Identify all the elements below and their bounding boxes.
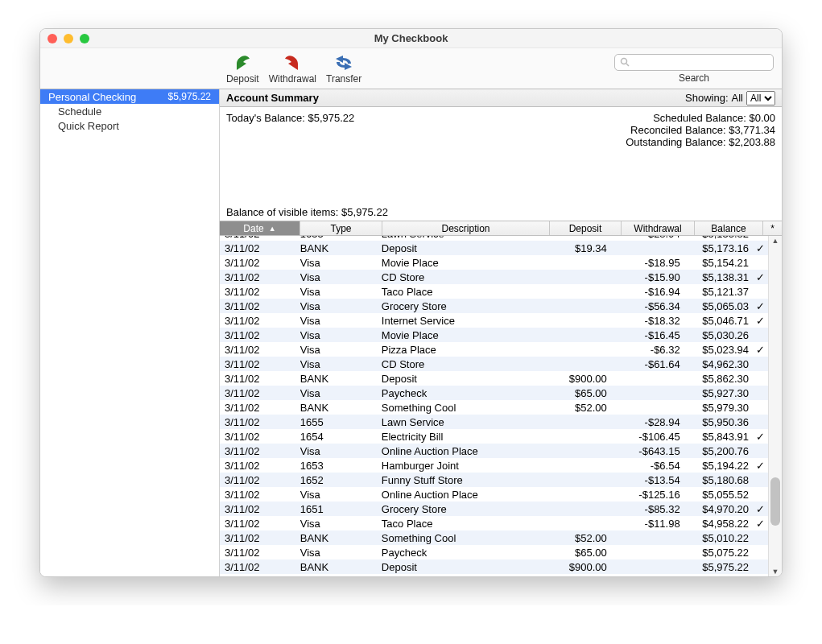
cell-cleared: ✓	[752, 344, 769, 356]
cell-date: 3/11/02	[220, 242, 297, 254]
scroll-thumb[interactable]	[770, 477, 780, 526]
showing-label: Showing:	[685, 92, 728, 104]
cell-type: Visa	[297, 286, 378, 298]
cell-description: Deposit	[378, 242, 539, 254]
cell-date: 3/11/02	[220, 257, 297, 269]
sidebar-item-personal-checking[interactable]: Personal Checking $5,975.22	[40, 89, 219, 104]
sidebar-item-quick-report[interactable]: Quick Report	[40, 118, 219, 133]
sidebar-item-schedule[interactable]: Schedule	[40, 104, 219, 118]
sidebar: Personal Checking $5,975.22 Schedule Qui…	[40, 89, 220, 576]
cell-date: 3/11/02	[220, 431, 297, 443]
svg-point-0	[622, 59, 627, 64]
col-description[interactable]: Description	[382, 221, 550, 235]
titlebar: My Checkbook	[40, 29, 782, 48]
cell-description: Grocery Store	[378, 503, 539, 515]
cell-date: 3/11/02	[220, 474, 297, 486]
cell-description: Paycheck	[378, 547, 539, 559]
withdrawal-icon	[281, 52, 304, 73]
col-star[interactable]: *	[763, 221, 782, 235]
col-deposit[interactable]: Deposit	[550, 221, 622, 235]
table-row[interactable]: 3/11/02VisaCD Store-$15.90$5,138.31✓	[220, 270, 769, 284]
table-row[interactable]: 3/11/02VisaTaco Place-$11.98$4,958.22✓	[220, 516, 769, 530]
table-row[interactable]: 3/11/02VisaOnline Auction Place-$643.15$…	[220, 444, 769, 458]
cell-type: BANK	[297, 532, 378, 544]
cell-date: 3/11/02	[220, 547, 297, 559]
cell-date: 3/11/02	[220, 561, 297, 573]
cell-description: Movie Place	[378, 257, 539, 269]
table-row[interactable]: 3/11/02VisaInternet Service-$18.32$5,046…	[220, 313, 769, 328]
cell-description: Pizza Place	[378, 344, 539, 356]
table-row[interactable]: 3/11/02VisaMovie Place-$16.45$5,030.26	[220, 328, 769, 342]
cell-date: 3/11/02	[220, 315, 297, 327]
table-row[interactable]: 3/11/02VisaGrocery Store-$56.34$5,065.03…	[220, 299, 769, 313]
cell-balance: $5,023.94	[684, 344, 752, 356]
cell-withdrawal: -$13.54	[610, 474, 684, 486]
col-withdrawal[interactable]: Withdrawal	[622, 221, 695, 235]
withdrawal-label: Withdrawal	[269, 73, 316, 85]
col-balance[interactable]: Balance	[695, 221, 763, 235]
reconciled-balance: Reconciled Balance: $3,771.34	[226, 124, 775, 136]
cell-deposit: $19.34	[539, 242, 610, 254]
table-row[interactable]: 3/11/02BANKDeposit$19.34$5,173.16✓	[220, 241, 769, 255]
cell-description: Paycheck	[378, 387, 539, 399]
table-row[interactable]: 3/11/02BANKSomething Cool$52.00$5,979.30	[220, 400, 769, 415]
vertical-scrollbar[interactable]: ▲ ▼	[768, 236, 782, 576]
cell-type: Visa	[297, 300, 378, 312]
table-row[interactable]: 3/11/021651Grocery Store-$85.32$4,970.20…	[220, 502, 769, 516]
col-date[interactable]: Date▲	[220, 221, 300, 235]
table-row[interactable]: 3/11/02VisaMovie Place-$18.95$5,154.21	[220, 255, 769, 270]
cell-balance: $5,862.30	[684, 373, 752, 385]
cell-description: CD Store	[378, 358, 539, 370]
transfer-button[interactable]: Transfer	[326, 52, 361, 85]
cell-cleared: ✓	[752, 518, 769, 530]
table-row[interactable]: 3/11/02VisaPaycheck$65.00$5,927.30	[220, 386, 769, 400]
cell-balance: $5,927.30	[684, 387, 752, 399]
cell-date: 3/11/02	[220, 286, 297, 298]
cell-deposit: $900.00	[539, 373, 610, 385]
cell-description: Something Cool	[378, 402, 539, 414]
cell-type: Visa	[297, 518, 378, 530]
cell-description: Online Auction Place	[378, 489, 539, 501]
window-title: My Checkbook	[40, 32, 782, 44]
table-row[interactable]: 3/11/02BANKDeposit$900.00$5,975.22	[220, 559, 769, 574]
cell-deposit: $52.00	[539, 532, 610, 544]
cell-description: Internet Service	[378, 315, 539, 327]
cell-withdrawal: -$85.32	[610, 503, 684, 515]
deposit-button[interactable]: Deposit	[226, 52, 259, 85]
scroll-up-icon[interactable]: ▲	[769, 237, 782, 245]
table-row[interactable]: 3/11/021655Lawn Service-$28.94$5,950.36	[220, 415, 769, 429]
cell-balance: $5,055.52	[684, 489, 752, 501]
table-row[interactable]: 3/11/02BANKSomething Cool$52.00$5,010.22	[220, 530, 769, 545]
col-type[interactable]: Type	[300, 221, 382, 235]
table-row[interactable]: 3/11/021653Hamburger Joint-$6.54$5,194.2…	[220, 458, 769, 473]
cell-date: 3/11/02	[220, 358, 297, 370]
cell-type: Visa	[297, 257, 378, 269]
cell-withdrawal: -$61.64	[610, 358, 684, 370]
cell-balance: $4,958.22	[684, 518, 752, 530]
cell-type: Visa	[297, 387, 378, 399]
table-row[interactable]: 3/11/02VisaCD Store-$61.64$4,962.30	[220, 357, 769, 371]
showing-filter-select[interactable]: All	[746, 91, 775, 105]
cell-balance: $5,030.26	[684, 329, 752, 341]
cell-cleared: ✓	[752, 315, 769, 327]
search-input[interactable]	[614, 54, 774, 71]
table-row[interactable]: 3/11/02VisaTaco Place-$16.94$5,121.37	[220, 284, 769, 299]
cell-withdrawal: -$15.90	[610, 271, 684, 283]
cell-withdrawal: -$28.94	[610, 416, 684, 428]
cell-deposit: $52.00	[539, 402, 610, 414]
withdrawal-button[interactable]: Withdrawal	[269, 52, 316, 85]
scroll-down-icon[interactable]: ▼	[769, 568, 782, 576]
cell-withdrawal: -$16.94	[610, 286, 684, 298]
table-row[interactable]: 3/11/02VisaPaycheck$65.00$5,075.22	[220, 545, 769, 559]
transfer-label: Transfer	[326, 73, 361, 85]
table-row[interactable]: 3/11/021652Funny Stuff Store-$13.54$5,18…	[220, 473, 769, 487]
table-row[interactable]: 3/11/02BANKDeposit$900.00$5,862.30	[220, 371, 769, 386]
table-row[interactable]: 3/11/02VisaOnline Auction Place-$125.16$…	[220, 487, 769, 502]
cell-deposit: $65.00	[539, 547, 610, 559]
cell-type: 1653	[297, 460, 378, 472]
table-row[interactable]: 3/11/021654Electricity Bill-$106.45$5,84…	[220, 429, 769, 444]
cell-date: 3/11/02	[220, 373, 297, 385]
table-row[interactable]: 3/11/02VisaPizza Place-$6.32$5,023.94✓	[220, 342, 769, 357]
cell-type: 1654	[297, 431, 378, 443]
deposit-label: Deposit	[226, 73, 259, 85]
